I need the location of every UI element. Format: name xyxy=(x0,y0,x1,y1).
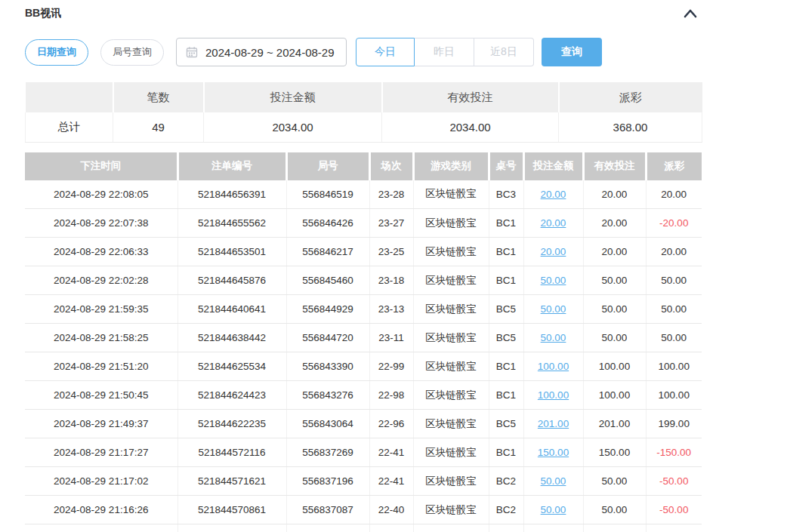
cell-valid-bet: 201.00 xyxy=(583,410,646,438)
table-row-partial xyxy=(25,524,702,532)
cell-game-type: 区块链骰宝 xyxy=(413,324,489,352)
cell-round-id: 556846217 xyxy=(286,238,369,266)
cell-valid-bet: 50.00 xyxy=(583,496,646,524)
bet-amount-link[interactable]: 50.00 xyxy=(541,275,566,286)
cell-valid-bet: 50.00 xyxy=(583,467,646,496)
bet-amount-link[interactable]: 50.00 xyxy=(541,332,566,343)
summary-total-label: 总计 xyxy=(26,112,113,142)
cell-game-type: 区块链骰宝 xyxy=(413,180,489,209)
records-header-valid-bet: 有效投注 xyxy=(583,152,646,180)
cell-order-id: 521844653501 xyxy=(177,238,286,266)
cell-order-id: 521844640641 xyxy=(177,295,286,324)
cell-round-id: 556844929 xyxy=(286,295,369,324)
cell-payout: -50.00 xyxy=(646,467,702,496)
cell-bet-time: 2024-08-29 21:59:35 xyxy=(25,295,177,324)
summary-total-row: 总计 49 2034.00 2034.00 368.00 xyxy=(26,112,702,142)
quick-range-8days-button[interactable]: 近8日 xyxy=(474,38,534,66)
cell-bet-amount: 201.00 xyxy=(523,410,583,438)
cell-round-id: 556837087 xyxy=(286,496,369,524)
bet-amount-link[interactable]: 20.00 xyxy=(541,217,566,229)
query-toolbar: 日期查询 局号查询 2024-08-29 ~ 2024-08-29 今日 xyxy=(25,38,702,66)
table-row: 2024-08-29 22:06:33521844653501556846217… xyxy=(25,238,702,266)
cell-session: 22-96 xyxy=(369,410,413,438)
cell-payout: 199.00 xyxy=(646,410,702,438)
cell-bet-amount: 20.00 xyxy=(523,209,583,238)
records-header-bet-time: 下注时间 xyxy=(25,152,177,180)
cell-empty xyxy=(583,524,646,532)
cell-round-id: 556837269 xyxy=(286,438,369,467)
bet-amount-link[interactable]: 201.00 xyxy=(538,418,569,429)
cell-order-id: 521844655562 xyxy=(177,209,286,238)
cell-bet-time: 2024-08-29 21:58:25 xyxy=(25,324,177,352)
cell-valid-bet: 20.00 xyxy=(583,209,646,238)
cell-session: 23-18 xyxy=(369,266,413,295)
bet-amount-link[interactable]: 50.00 xyxy=(541,504,566,515)
cell-bet-time: 2024-08-29 21:17:02 xyxy=(25,467,177,496)
date-range-input[interactable]: 2024-08-29 ~ 2024-08-29 xyxy=(176,38,347,66)
date-range-value: 2024-08-29 ~ 2024-08-29 xyxy=(205,46,335,59)
query-mode-round-button[interactable]: 局号查询 xyxy=(100,39,164,66)
bet-amount-link[interactable]: 100.00 xyxy=(538,389,569,401)
cell-valid-bet: 50.00 xyxy=(583,324,646,352)
cell-bet-amount: 150.00 xyxy=(523,438,583,467)
search-button[interactable]: 查询 xyxy=(542,38,602,66)
query-mode-date-button[interactable]: 日期查询 xyxy=(25,39,88,66)
summary-total-valid-bet: 2034.00 xyxy=(382,112,559,142)
quick-range-today-button[interactable]: 今日 xyxy=(356,38,415,66)
bet-amount-link[interactable]: 20.00 xyxy=(541,189,566,200)
cell-table-no: BC1 xyxy=(489,266,523,295)
cell-table-no: BC1 xyxy=(489,381,523,410)
quick-range-group: 今日 昨日 近8日 xyxy=(356,38,534,66)
cell-session: 23-28 xyxy=(369,180,413,209)
cell-payout: 50.00 xyxy=(646,295,702,324)
bet-amount-link[interactable]: 50.00 xyxy=(541,475,566,487)
cell-order-id: 521844570861 xyxy=(177,496,286,524)
bet-amount-link[interactable]: 50.00 xyxy=(541,303,566,315)
cell-bet-amount: 20.00 xyxy=(523,238,583,266)
cell-payout: -50.00 xyxy=(646,496,702,524)
cell-empty xyxy=(646,524,702,532)
table-row: 2024-08-29 21:50:45521844624423556843276… xyxy=(25,381,702,410)
summary-table: 笔数 投注金额 有效投注 派彩 总计 49 2034.00 2034.00 36… xyxy=(25,82,702,143)
summary-header-payout: 派彩 xyxy=(559,82,702,112)
cell-bet-time: 2024-08-29 22:07:38 xyxy=(25,209,177,238)
cell-payout: 100.00 xyxy=(646,381,702,410)
cell-bet-time: 2024-08-29 21:16:26 xyxy=(25,496,177,524)
cell-bet-amount: 50.00 xyxy=(523,324,583,352)
cell-payout: 20.00 xyxy=(646,238,702,266)
table-row: 2024-08-29 22:07:38521844655562556846426… xyxy=(25,209,702,238)
bet-amount-link[interactable]: 100.00 xyxy=(538,361,569,372)
cell-table-no: BC5 xyxy=(489,295,523,324)
cell-session: 22-99 xyxy=(369,352,413,381)
cell-bet-amount: 50.00 xyxy=(523,266,583,295)
table-row: 2024-08-29 21:51:20521844625534556843390… xyxy=(25,352,702,381)
cell-game-type: 区块链骰宝 xyxy=(413,467,489,496)
collapse-panel-button[interactable] xyxy=(684,9,697,18)
cell-round-id: 556843276 xyxy=(286,381,369,410)
cell-order-id: 521844638442 xyxy=(177,324,286,352)
cell-bet-amount: 100.00 xyxy=(523,381,583,410)
summary-header-empty xyxy=(26,82,113,112)
calendar-icon xyxy=(186,46,198,58)
panel-header: BB视讯 xyxy=(25,7,702,20)
bet-amount-link[interactable]: 150.00 xyxy=(538,447,569,458)
cell-bet-time: 2024-08-29 21:17:27 xyxy=(25,438,177,467)
cell-game-type: 区块链骰宝 xyxy=(413,352,489,381)
cell-session: 23-25 xyxy=(369,238,413,266)
page-title: BB视讯 xyxy=(25,7,61,20)
cell-bet-amount: 20.00 xyxy=(523,180,583,209)
cell-payout: -20.00 xyxy=(646,209,702,238)
cell-table-no: BC5 xyxy=(489,410,523,438)
chevron-up-icon xyxy=(684,9,697,18)
cell-round-id: 556843064 xyxy=(286,410,369,438)
cell-bet-amount: 50.00 xyxy=(523,467,583,496)
table-row: 2024-08-29 22:08:05521844656391556846519… xyxy=(25,180,702,209)
cell-empty xyxy=(177,524,286,532)
summary-header-row: 笔数 投注金额 有效投注 派彩 xyxy=(26,82,702,112)
cell-round-id: 556844720 xyxy=(286,324,369,352)
quick-range-yesterday-button[interactable]: 昨日 xyxy=(415,38,474,66)
bet-amount-link[interactable]: 20.00 xyxy=(541,246,566,257)
cell-table-no: BC5 xyxy=(489,324,523,352)
cell-bet-time: 2024-08-29 22:02:28 xyxy=(25,266,177,295)
summary-header-valid-bet: 有效投注 xyxy=(382,82,559,112)
